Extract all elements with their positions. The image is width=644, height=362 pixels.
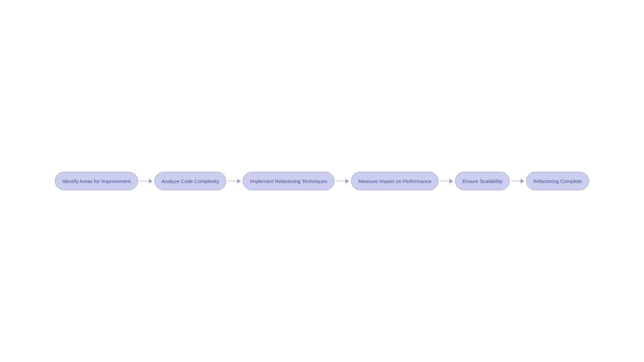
flowchart-node-implement-refactoring: Implement Refactoring Techniques: [243, 172, 334, 190]
arrow-line: [440, 181, 450, 181]
arrow-head-icon: [449, 179, 453, 183]
arrow-icon: [140, 179, 153, 183]
flowchart-node-measure-impact: Measure Impact on Performance: [351, 172, 438, 190]
flowchart-node-identify-areas: Identify Areas for Improvement: [55, 172, 138, 190]
arrow-head-icon: [237, 179, 241, 183]
node-label: Ensure Scalability: [462, 178, 502, 184]
node-label: Identify Areas for Improvement: [62, 178, 130, 184]
flowchart-node-analyze-complexity: Analyze Code Complexity: [155, 172, 226, 190]
arrow-icon: [336, 179, 349, 183]
arrow-icon: [440, 179, 453, 183]
arrow-line: [228, 181, 237, 181]
arrow-line: [512, 181, 521, 181]
arrow-head-icon: [345, 179, 349, 183]
arrow-line: [336, 181, 346, 181]
arrow-icon: [228, 179, 241, 183]
arrow-icon: [512, 179, 524, 183]
node-label: Analyze Code Complexity: [162, 178, 219, 184]
node-label: Measure Impact on Performance: [358, 178, 431, 184]
node-label: Refactoring Complete: [533, 178, 582, 184]
node-label: Implement Refactoring Techniques: [250, 178, 327, 184]
flowchart-node-refactoring-complete: Refactoring Complete: [526, 172, 589, 190]
arrow-line: [140, 181, 149, 181]
flowchart-node-ensure-scalability: Ensure Scalability: [455, 172, 509, 190]
flowchart-diagram: Identify Areas for Improvement Analyze C…: [0, 172, 644, 190]
arrow-head-icon: [521, 179, 524, 183]
arrow-head-icon: [149, 179, 153, 183]
